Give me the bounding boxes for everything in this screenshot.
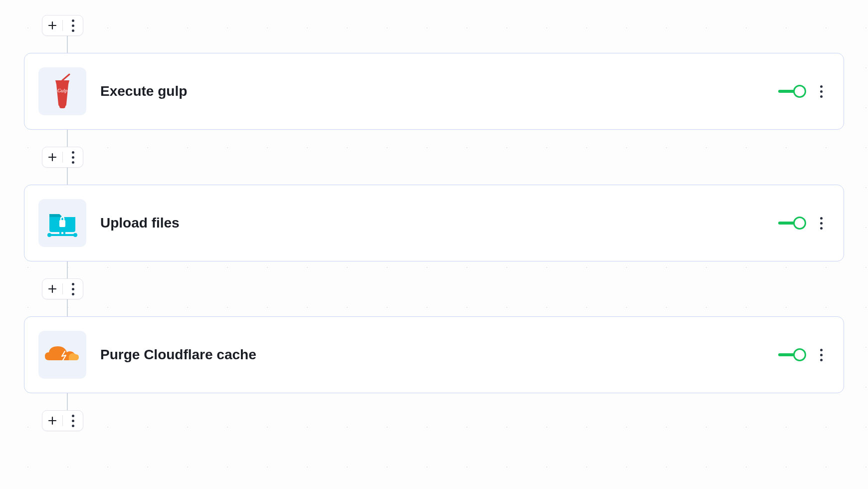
step-enabled-toggle[interactable]: [778, 84, 806, 98]
step-title: Upload files: [100, 215, 764, 231]
svg-point-6: [73, 233, 77, 237]
add-step-menu-button[interactable]: [63, 147, 83, 167]
step-enabled-toggle[interactable]: [778, 348, 806, 362]
add-step-menu-button[interactable]: [63, 15, 83, 35]
step-enabled-toggle[interactable]: [778, 216, 806, 230]
add-step-node: [42, 15, 83, 36]
pipeline-canvas: Gulp Execute gulp: [0, 0, 868, 446]
pipeline-step-execute-gulp[interactable]: Gulp Execute gulp: [24, 53, 844, 130]
connector-line: [67, 393, 68, 410]
plus-icon: [47, 416, 57, 426]
pipeline-step-purge-cloudflare[interactable]: Purge Cloudflare cache: [24, 316, 844, 393]
step-menu-button[interactable]: [817, 82, 826, 101]
svg-point-5: [47, 233, 51, 237]
connector-line: [67, 261, 68, 278]
plus-icon: [47, 284, 57, 294]
connector-line: [67, 299, 68, 316]
svg-rect-1: [59, 220, 65, 227]
svg-rect-4: [63, 232, 65, 235]
add-step-button[interactable]: [42, 411, 62, 431]
plus-icon: [47, 20, 57, 30]
plus-icon: [47, 152, 57, 162]
add-step-button[interactable]: [42, 279, 62, 299]
cloudflare-icon: [38, 331, 86, 379]
svg-rect-2: [48, 234, 76, 236]
step-menu-button[interactable]: [817, 346, 826, 364]
step-actions: [778, 346, 826, 364]
connector-line: [67, 168, 68, 185]
step-menu-button[interactable]: [817, 214, 826, 233]
step-title: Purge Cloudflare cache: [100, 347, 764, 363]
svg-text:Gulp: Gulp: [57, 88, 67, 93]
add-step-node: [42, 410, 83, 431]
step-actions: [778, 214, 826, 233]
add-step-node: [42, 278, 83, 299]
pipeline-step-upload-files[interactable]: Upload files: [24, 185, 844, 261]
step-title: Execute gulp: [100, 83, 764, 99]
connector-line: [67, 130, 68, 147]
gulp-icon: Gulp: [38, 67, 86, 115]
connector-line: [67, 36, 68, 53]
step-actions: [778, 82, 826, 101]
add-step-menu-button[interactable]: [63, 279, 83, 299]
add-step-node: [42, 147, 83, 168]
ftp-upload-icon: [38, 199, 86, 247]
svg-rect-3: [59, 232, 61, 235]
add-step-button[interactable]: [42, 15, 62, 35]
add-step-button[interactable]: [42, 147, 62, 167]
add-step-menu-button[interactable]: [63, 411, 83, 431]
